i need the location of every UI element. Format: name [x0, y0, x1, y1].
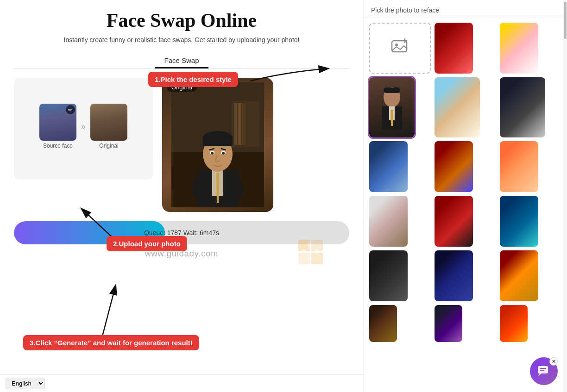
svg-rect-39: [540, 368, 546, 369]
svg-marker-38: [538, 373, 542, 376]
photo-item-anime-girl[interactable]: [500, 23, 538, 74]
callout-pick-style: 1.Pick the desired style: [148, 72, 238, 87]
photo-item-spidergirl[interactable]: [435, 196, 473, 247]
svg-marker-10: [216, 173, 219, 203]
progress-text: Queue: 1787 Wait: 6m47s: [144, 229, 219, 236]
photo-item-more2[interactable]: [500, 305, 528, 342]
upload-section: ✏ Source face » Original: [14, 78, 349, 212]
svg-point-25: [315, 249, 319, 254]
photo-item-wonder-woman[interactable]: [435, 23, 473, 74]
source-face-slot[interactable]: ✏: [39, 104, 76, 141]
tab-face-swap[interactable]: Face Swap: [155, 53, 208, 68]
language-selector[interactable]: English 中文 Español: [6, 378, 45, 389]
photo-item-iron-man2[interactable]: [500, 250, 538, 301]
photo-item-young-man[interactable]: [500, 77, 545, 137]
original-label: Original: [99, 143, 118, 149]
page-title: Face Swap Online: [14, 9, 349, 31]
scrollbar-thumb[interactable]: [564, 2, 567, 39]
preview-area: Original: [162, 78, 349, 212]
tab-bar: Face Swap: [14, 53, 349, 68]
callout-generate: 3.Click “Generate” and wait for generati…: [23, 335, 199, 350]
right-panel: Pick the photo to reface: [363, 0, 567, 392]
svg-rect-6: [242, 103, 246, 145]
source-label: Source face: [43, 143, 73, 149]
svg-rect-32: [384, 87, 400, 93]
upload-photo-button[interactable]: [369, 23, 431, 74]
svg-rect-5: [238, 103, 241, 145]
svg-point-26: [308, 256, 312, 261]
man-portrait: [162, 78, 273, 212]
photo-item-underwater[interactable]: [500, 196, 538, 247]
face-slots: ✏ Source face » Original: [39, 104, 127, 149]
svg-rect-22: [311, 253, 323, 264]
scrollbar[interactable]: [563, 0, 567, 392]
svg-rect-4: [234, 103, 237, 145]
right-panel-header: Pick the photo to reface: [364, 0, 567, 18]
edit-source-btn[interactable]: ✏: [66, 105, 75, 114]
arrow-between-faces: »: [81, 122, 86, 131]
subtitle: Instantly create funny or realistic face…: [14, 36, 349, 44]
bottom-bar: English 中文 Español: [0, 374, 363, 392]
close-chat-btn[interactable]: ✕: [549, 357, 558, 366]
svg-point-17: [211, 152, 214, 155]
svg-point-24: [302, 249, 306, 254]
upload-box: ✏ Source face » Original: [14, 78, 153, 180]
photo-item-moon-girl[interactable]: [435, 250, 473, 301]
svg-rect-40: [540, 370, 544, 371]
callout-upload: 2.Upload your photo: [107, 236, 187, 251]
photo-item-woman-hat[interactable]: [435, 77, 480, 137]
photo-grid: [364, 18, 567, 392]
add-photo-icon: [391, 38, 410, 58]
left-panel: Face Swap Online Instantly create funny …: [0, 0, 363, 392]
chat-widget[interactable]: ✕: [530, 357, 558, 385]
original-face-slot[interactable]: [90, 104, 127, 141]
photo-item-dapper-man[interactable]: [369, 77, 415, 137]
photo-item-girl-sunset[interactable]: [500, 141, 538, 192]
original-slot: Original: [90, 104, 127, 149]
photo-item-wolverine[interactable]: [369, 305, 397, 342]
photo-item-more1[interactable]: [435, 305, 462, 342]
photo-item-dark-man[interactable]: [369, 250, 408, 301]
svg-point-23: [308, 243, 312, 248]
photo-item-princess[interactable]: [369, 196, 408, 247]
svg-rect-14: [203, 137, 233, 146]
preview-image: Original: [162, 78, 273, 212]
photo-item-iron-man[interactable]: [435, 141, 473, 192]
svg-point-18: [222, 152, 225, 155]
photo-item-captain[interactable]: [369, 141, 408, 192]
svg-point-28: [395, 44, 398, 46]
svg-marker-36: [391, 110, 393, 126]
source-slot: ✏ Source face: [39, 104, 76, 149]
